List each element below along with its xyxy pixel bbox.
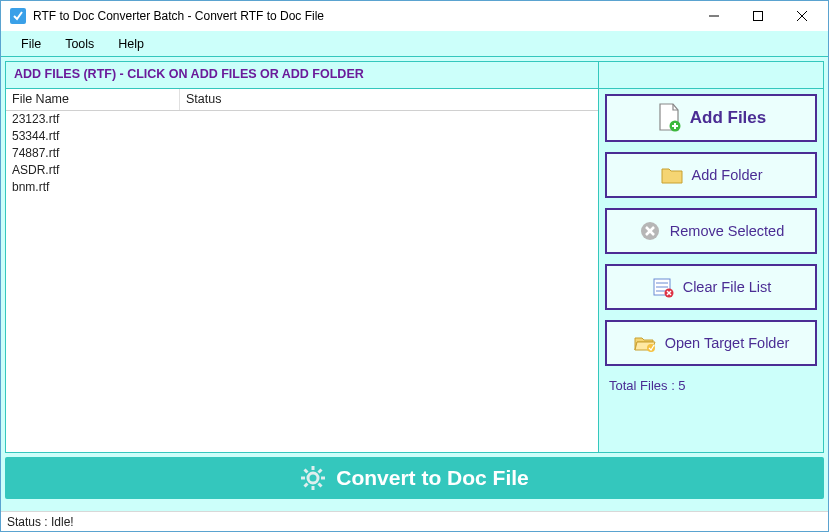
svg-line-27 <box>305 484 308 487</box>
list-body[interactable]: 23123.rtf 53344.rtf 74887.rtf ASDR.rtf b… <box>6 111 598 452</box>
titlebar: RTF to Doc Converter Batch - Convert RTF… <box>1 1 828 31</box>
convert-label: Convert to Doc File <box>336 466 529 490</box>
side-panel: Add Files Add Folder Remove Selected <box>599 89 824 453</box>
instruction-label: ADD FILES (RTF) - CLICK ON ADD FILES OR … <box>5 61 599 89</box>
clear-list-label: Clear File List <box>683 279 772 295</box>
folder-open-icon <box>633 331 657 355</box>
svg-rect-2 <box>754 12 763 21</box>
menu-help[interactable]: Help <box>108 34 154 54</box>
minimize-button[interactable] <box>692 2 736 30</box>
remove-icon <box>638 219 662 243</box>
list-item[interactable]: bnm.rtf <box>6 179 598 196</box>
remove-selected-label: Remove Selected <box>670 223 784 239</box>
svg-line-25 <box>319 484 322 487</box>
clear-list-icon <box>651 275 675 299</box>
gear-icon <box>300 465 326 491</box>
list-item[interactable]: 53344.rtf <box>6 128 598 145</box>
statusbar: Status : Idle! <box>1 511 828 531</box>
app-window: RTF to Doc Converter Batch - Convert RTF… <box>0 0 829 532</box>
remove-selected-button[interactable]: Remove Selected <box>605 208 817 254</box>
list-header: File Name Status <box>6 89 598 111</box>
content-area: ADD FILES (RTF) - CLICK ON ADD FILES OR … <box>1 57 828 511</box>
clear-list-button[interactable]: Clear File List <box>605 264 817 310</box>
folder-icon <box>660 163 684 187</box>
list-item[interactable]: 23123.rtf <box>6 111 598 128</box>
add-files-button[interactable]: Add Files <box>605 94 817 142</box>
menu-file[interactable]: File <box>11 34 51 54</box>
main-row: File Name Status 23123.rtf 53344.rtf 748… <box>5 89 824 453</box>
column-filename[interactable]: File Name <box>6 89 180 110</box>
column-status[interactable]: Status <box>180 89 598 110</box>
menubar: File Tools Help <box>1 31 828 57</box>
add-files-label: Add Files <box>690 108 767 128</box>
header-row: ADD FILES (RTF) - CLICK ON ADD FILES OR … <box>5 61 824 89</box>
window-title: RTF to Doc Converter Batch - Convert RTF… <box>33 9 692 23</box>
add-folder-button[interactable]: Add Folder <box>605 152 817 198</box>
menu-tools[interactable]: Tools <box>55 34 104 54</box>
convert-button[interactable]: Convert to Doc File <box>5 457 824 499</box>
upper-panel: ADD FILES (RTF) - CLICK ON ADD FILES OR … <box>5 61 824 453</box>
file-list-panel: File Name Status 23123.rtf 53344.rtf 748… <box>5 89 599 453</box>
open-target-label: Open Target Folder <box>665 335 790 351</box>
total-files-label: Total Files : 5 <box>605 376 817 395</box>
svg-point-19 <box>308 473 318 483</box>
status-text: Status : Idle! <box>7 515 74 529</box>
add-folder-label: Add Folder <box>692 167 763 183</box>
maximize-button[interactable] <box>736 2 780 30</box>
document-add-icon <box>656 103 682 133</box>
app-icon <box>9 7 27 25</box>
svg-line-24 <box>305 470 308 473</box>
svg-line-26 <box>319 470 322 473</box>
open-target-button[interactable]: Open Target Folder <box>605 320 817 366</box>
list-item[interactable]: 74887.rtf <box>6 145 598 162</box>
list-item[interactable]: ASDR.rtf <box>6 162 598 179</box>
close-button[interactable] <box>780 2 824 30</box>
header-spacer <box>599 61 824 89</box>
